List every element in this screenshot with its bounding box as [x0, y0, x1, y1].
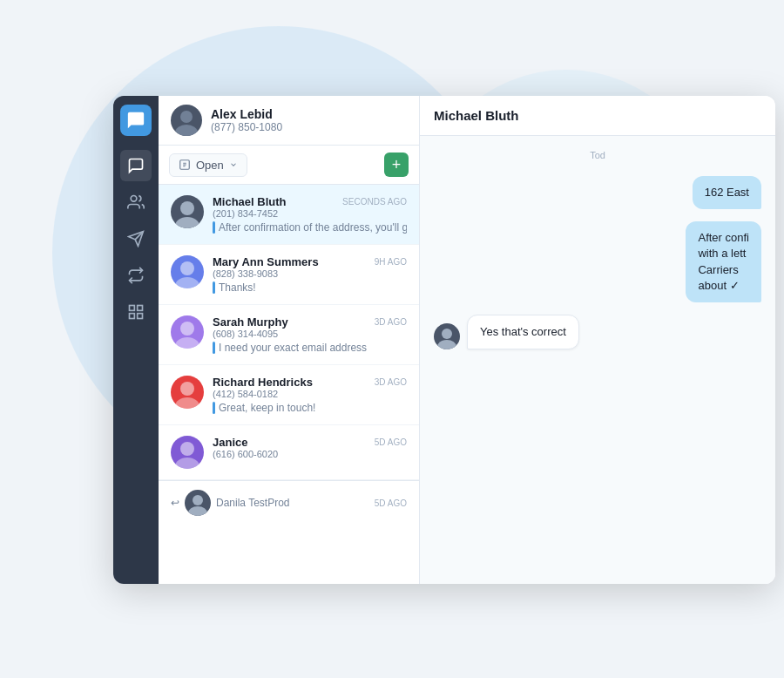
- message-162-east-row: 162 East: [434, 176, 761, 209]
- sidebar-item-send[interactable]: [120, 223, 152, 254]
- svg-point-10: [180, 201, 194, 215]
- sidebar-item-chat[interactable]: [120, 150, 152, 181]
- contact-name-row-sarah: Sarah Murphy 3D AGO: [213, 315, 407, 329]
- contact-avatar-michael: [171, 195, 204, 228]
- contact-item-mary-ann[interactable]: Mary Ann Summers 9H AGO (828) 338-9083 T…: [159, 245, 419, 305]
- contact-name-row-richard: Richard Hendricks 3D AGO: [213, 376, 407, 389]
- bubble-yes-correct: Yes that's correct: [467, 315, 579, 349]
- danila-time: 5D AGO: [375, 498, 407, 508]
- contact-name-mary: Mary Ann Summers: [213, 255, 319, 268]
- danila-prefix: ↩: [171, 497, 179, 509]
- contact-item-richard[interactable]: Richard Hendricks 3D AGO (412) 584-0182 …: [159, 365, 419, 425]
- app-logo[interactable]: [120, 105, 152, 136]
- contact-phone-richard: (412) 584-0182: [213, 389, 407, 399]
- user-phone: (877) 850-1080: [211, 121, 282, 133]
- svg-point-11: [175, 217, 199, 228]
- contact-phone-mary: (828) 338-9083: [213, 268, 407, 279]
- svg-point-19: [175, 458, 199, 469]
- contact-time-richard: 3D AGO: [375, 377, 407, 387]
- preview-bar-richard: [213, 402, 215, 414]
- svg-point-15: [175, 337, 199, 349]
- svg-point-14: [180, 322, 194, 336]
- message-yes-row: Yes that's correct: [434, 315, 761, 349]
- chat-title: Michael Bluth: [434, 108, 519, 123]
- contact-avatar-mary: [171, 255, 204, 288]
- contact-name-sarah: Sarah Murphy: [213, 315, 288, 329]
- svg-point-21: [188, 506, 207, 516]
- svg-rect-6: [138, 314, 143, 319]
- contact-name-janice: Janice: [213, 436, 247, 449]
- contact-item-janice[interactable]: Janice 5D AGO (616) 600-6020: [159, 425, 419, 480]
- contact-time-michael: SECONDS AGO: [342, 197, 407, 207]
- contact-avatar-richard: [171, 376, 204, 409]
- add-icon: +: [392, 156, 402, 174]
- svg-point-18: [180, 442, 194, 456]
- chat-panel: Michael Bluth Tod 162 East After confiwi…: [420, 96, 775, 584]
- user-info: Alex Lebid (877) 850-1080: [211, 107, 282, 133]
- bubble-avatar-michael: [434, 323, 460, 349]
- contact-preview-michael: After confirmation of the address, you'l…: [213, 221, 407, 234]
- contact-time-janice: 5D AGO: [375, 437, 407, 447]
- contact-details-michael: Michael Bluth SECONDS AGO (201) 834-7452…: [213, 195, 407, 234]
- user-avatar: [171, 105, 202, 136]
- svg-point-13: [175, 277, 199, 288]
- svg-point-0: [131, 196, 137, 202]
- bubble-162-east: 162 East: [693, 176, 761, 209]
- contact-avatar-danila: [185, 490, 211, 516]
- contact-item-sarah[interactable]: Sarah Murphy 3D AGO (608) 314-4095 I nee…: [159, 305, 419, 365]
- chat-messages: Tod 162 East After confiwith a lettCarri…: [420, 136, 775, 584]
- danila-row[interactable]: ↩ Danila TestProd 5D AGO: [159, 480, 419, 525]
- open-dropdown[interactable]: Open: [169, 153, 247, 177]
- contact-phone-michael: (201) 834-7452: [213, 208, 407, 219]
- danila-name: Danila TestProd: [216, 497, 290, 509]
- open-label: Open: [196, 159, 224, 172]
- contact-name-row: Michael Bluth SECONDS AGO: [213, 195, 407, 208]
- svg-point-8: [175, 125, 198, 136]
- preview-bar-sarah: [213, 342, 215, 354]
- contact-time-mary: 9H AGO: [375, 257, 407, 267]
- sidebar-item-grid[interactable]: [120, 296, 152, 328]
- svg-rect-5: [130, 314, 135, 319]
- contact-details-mary: Mary Ann Summers 9H AGO (828) 338-9083 T…: [213, 255, 407, 294]
- message-after-confi-text: After confiwith a lettCarriersabout ✓: [698, 231, 749, 292]
- contact-avatar-sarah: [171, 315, 204, 349]
- message-yes-text: Yes that's correct: [480, 325, 566, 338]
- contact-preview-richard: Great, keep in touch!: [213, 402, 407, 414]
- contact-name-row-janice: Janice 5D AGO: [213, 436, 407, 449]
- bubble-after-confi: After confiwith a lettCarriersabout ✓: [686, 221, 761, 302]
- svg-rect-4: [138, 306, 143, 311]
- chat-top-label: Tod: [434, 150, 761, 160]
- add-button[interactable]: +: [384, 153, 409, 177]
- contact-preview-sarah: I need your exact email address: [213, 342, 407, 354]
- contact-avatar-janice: [171, 436, 204, 469]
- contact-phone-sarah: (608) 314-4095: [213, 329, 407, 339]
- preview-bar: [213, 221, 215, 234]
- svg-point-17: [175, 397, 199, 409]
- contact-details-richard: Richard Hendricks 3D AGO (412) 584-0182 …: [213, 376, 407, 414]
- user-name: Alex Lebid: [211, 107, 282, 121]
- svg-point-22: [442, 329, 452, 339]
- svg-point-20: [193, 495, 203, 505]
- svg-point-16: [180, 382, 194, 396]
- message-after-confi-row: After confiwith a lettCarriersabout ✓: [434, 221, 761, 302]
- sidebar-item-share[interactable]: [120, 260, 152, 291]
- svg-point-7: [180, 111, 193, 123]
- sidebar: [113, 96, 159, 584]
- svg-point-23: [437, 340, 456, 349]
- svg-rect-3: [130, 306, 135, 311]
- app-container: Alex Lebid (877) 850-1080 Open +: [113, 96, 775, 584]
- toolbar: Open +: [159, 146, 419, 185]
- sidebar-item-contacts[interactable]: [120, 186, 152, 218]
- preview-bar-mary: [213, 281, 215, 294]
- contact-details-sarah: Sarah Murphy 3D AGO (608) 314-4095 I nee…: [213, 315, 407, 354]
- contact-time-sarah: 3D AGO: [375, 317, 407, 327]
- contact-preview-mary: Thanks!: [213, 281, 407, 294]
- contact-name-michael: Michael Bluth: [213, 195, 287, 208]
- contact-item-michael-bluth[interactable]: Michael Bluth SECONDS AGO (201) 834-7452…: [159, 185, 419, 245]
- contact-name-richard: Richard Hendricks: [213, 376, 313, 389]
- message-162-east-text: 162 East: [705, 186, 749, 199]
- user-profile: Alex Lebid (877) 850-1080: [159, 96, 419, 146]
- chat-header: Michael Bluth: [420, 96, 775, 136]
- contact-details-janice: Janice 5D AGO (616) 600-6020: [213, 436, 407, 462]
- contact-name-row-mary: Mary Ann Summers 9H AGO: [213, 255, 407, 268]
